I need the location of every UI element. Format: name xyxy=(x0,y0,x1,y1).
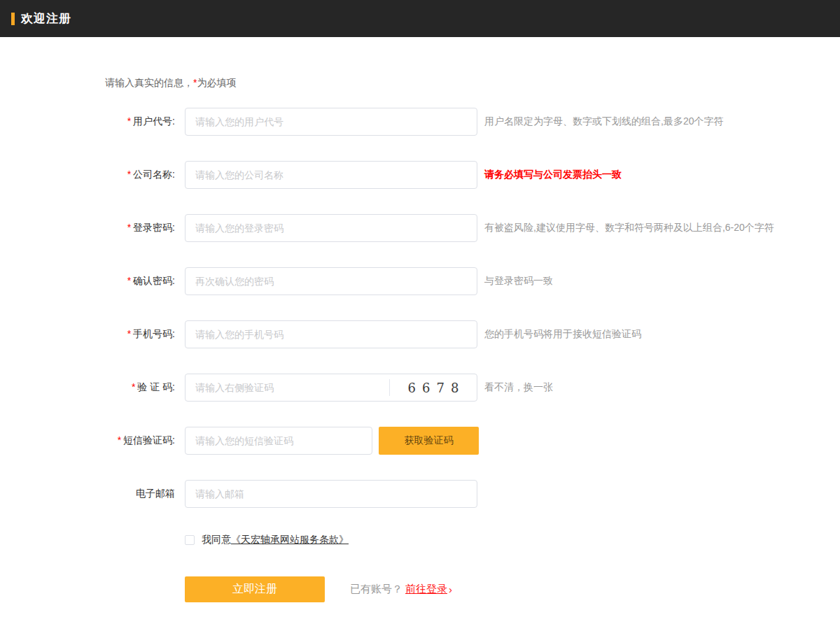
captcha-input-box: 6678 xyxy=(185,374,477,402)
sms-code-input[interactable] xyxy=(186,427,372,454)
password-input-box xyxy=(185,214,477,242)
required-asterisk: * xyxy=(118,434,121,446)
company-label: *公司名称: xyxy=(105,169,175,181)
field-row-confirm-password: *确认密码: 与登录密码一致 xyxy=(105,267,840,295)
agreement-row: 我同意 《天宏轴承网站服务条款》 xyxy=(185,533,840,547)
sms-code-label: *短信验证码: xyxy=(105,434,175,447)
phone-input[interactable] xyxy=(186,321,477,348)
registration-form: 请输入真实的信息，*为必填项 *用户代号: 用户名限定为字母、数字或下划线的组合… xyxy=(0,37,840,602)
confirm-password-hint: 与登录密码一致 xyxy=(484,275,553,288)
confirm-password-input[interactable] xyxy=(186,268,477,295)
email-input[interactable] xyxy=(186,481,477,507)
agreement-checkbox[interactable] xyxy=(185,535,195,545)
submit-row: 立即注册 已有账号？ 前往登录 › xyxy=(185,576,840,602)
company-input-box xyxy=(185,161,477,189)
company-input[interactable] xyxy=(186,162,477,188)
sms-code-input-box xyxy=(185,427,372,455)
captcha-image[interactable]: 6678 xyxy=(390,381,477,395)
intro-text-before: 请输入真实的信息， xyxy=(105,77,193,88)
username-hint: 用户名限定为字母、数字或下划线的组合,最多20个字符 xyxy=(484,115,723,128)
terms-of-service-link[interactable]: 《天宏轴承网站服务条款》 xyxy=(231,534,349,546)
field-row-sms-code: *短信验证码: 获取验证码 xyxy=(105,427,840,455)
phone-hint: 您的手机号码将用于接收短信验证码 xyxy=(484,328,641,341)
confirm-password-input-box xyxy=(185,267,477,295)
username-label: *用户代号: xyxy=(105,115,175,128)
username-input-box xyxy=(185,108,477,136)
username-input[interactable] xyxy=(186,108,477,135)
go-to-login-link[interactable]: 前往登录 xyxy=(405,583,447,596)
required-asterisk: * xyxy=(127,169,131,180)
required-asterisk: * xyxy=(127,328,131,339)
required-asterisk: * xyxy=(127,275,131,286)
field-row-email: 电子邮箱 xyxy=(105,480,840,508)
password-input[interactable] xyxy=(186,215,477,241)
field-row-company: *公司名称: 请务必填写与公司发票抬头一致 xyxy=(105,161,840,189)
register-button[interactable]: 立即注册 xyxy=(185,576,325,602)
email-input-box xyxy=(185,480,477,508)
already-have-account-text: 已有账号？ xyxy=(350,583,402,596)
form-intro: 请输入真实的信息，*为必填项 xyxy=(105,77,840,90)
accent-bar xyxy=(11,13,15,25)
email-label: 电子邮箱 xyxy=(105,488,175,500)
phone-label: *手机号码: xyxy=(105,328,175,341)
captcha-refresh-link[interactable]: 看不清，换一张 xyxy=(484,381,553,394)
agreement-prefix: 我同意 xyxy=(202,534,231,546)
get-sms-code-button[interactable]: 获取验证码 xyxy=(379,427,479,455)
top-header-bar: 欢迎注册 xyxy=(0,0,840,37)
chevron-right-icon[interactable]: › xyxy=(449,583,452,595)
password-label: *登录密码: xyxy=(105,222,175,234)
required-asterisk: * xyxy=(127,115,131,127)
field-row-phone: *手机号码: 您的手机号码将用于接收短信验证码 xyxy=(105,320,840,348)
field-row-username: *用户代号: 用户名限定为字母、数字或下划线的组合,最多20个字符 xyxy=(105,108,840,136)
password-hint: 有被盗风险,建议使用字母、数字和符号两种及以上组合,6-20个字符 xyxy=(484,222,774,234)
captcha-input[interactable] xyxy=(186,374,389,401)
company-hint: 请务必填写与公司发票抬头一致 xyxy=(484,169,622,181)
required-asterisk: * xyxy=(132,381,135,392)
phone-input-box xyxy=(185,320,477,348)
field-row-password: *登录密码: 有被盗风险,建议使用字母、数字和符号两种及以上组合,6-20个字符 xyxy=(105,214,840,242)
captcha-label: *验 证 码: xyxy=(105,381,175,394)
required-asterisk: * xyxy=(127,222,131,233)
field-row-captcha: *验 证 码: 6678 看不清，换一张 xyxy=(105,374,840,402)
intro-text-after: 为必填项 xyxy=(197,77,236,88)
confirm-password-label: *确认密码: xyxy=(105,275,175,288)
page-title: 欢迎注册 xyxy=(21,10,71,27)
